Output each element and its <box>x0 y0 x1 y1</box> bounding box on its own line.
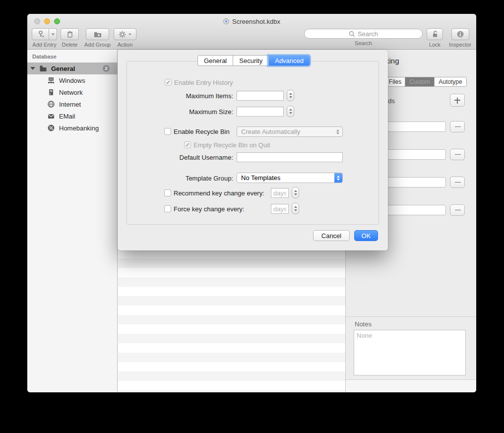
sidebar-item-email[interactable]: EMail <box>27 110 118 122</box>
remove-custom-field-button-3[interactable] <box>450 177 465 188</box>
add-entry-label: Add Entry <box>32 42 57 48</box>
stepper-up-icon <box>294 190 297 192</box>
stepper-up-icon <box>289 93 292 95</box>
trash-icon <box>66 30 74 38</box>
entry-count-badge: 2 <box>103 65 110 72</box>
toolbar-item-delete: Delete <box>61 28 79 48</box>
lock-button[interactable] <box>427 28 443 40</box>
tab-advanced[interactable]: Advanced <box>268 56 310 65</box>
tab-custom[interactable]: Custom <box>405 77 434 86</box>
template-group-popup-value: No Templates <box>241 174 280 182</box>
sidebar-item-label: Homebanking <box>59 124 99 132</box>
sidebar-item-general[interactable]: General 2 <box>27 62 118 74</box>
windows-network-icon <box>47 76 55 84</box>
inspector-button[interactable] <box>451 28 469 40</box>
sidebar-item-label: Windows <box>59 77 85 84</box>
sidebar-item-internet[interactable]: Internet <box>27 98 118 110</box>
toolbar-item-add-entry: Add Entry <box>32 28 57 48</box>
notes-textarea[interactable] <box>354 330 466 375</box>
search-input[interactable]: Search <box>304 29 423 39</box>
enable-entry-history-checkbox[interactable]: ✓ <box>165 79 172 86</box>
remove-custom-field-button-2[interactable] <box>450 149 465 160</box>
recommend-days-input[interactable] <box>271 188 289 198</box>
folder-icon <box>39 64 47 72</box>
tab-autotype[interactable]: Autotype <box>434 77 466 86</box>
chevron-down-icon <box>51 33 54 35</box>
default-username-input[interactable] <box>237 152 343 162</box>
maximum-items-label: Maximum Items: <box>164 92 233 100</box>
maximum-size-input[interactable] <box>237 107 284 117</box>
sidebar-item-label: Network <box>59 89 83 96</box>
inspector-label: Inspector <box>449 42 471 48</box>
force-key-change-label: Force key change every: <box>174 205 244 213</box>
toolbar-item-lock: Lock <box>427 28 443 48</box>
key-plus-icon <box>37 30 45 38</box>
gear-icon <box>119 31 126 38</box>
remove-custom-field-button-1[interactable] <box>450 121 465 132</box>
remove-custom-field-button-4[interactable] <box>450 204 465 216</box>
sidebar-item-label: General <box>51 65 75 72</box>
force-days-input[interactable] <box>271 204 289 214</box>
ok-button[interactable]: OK <box>354 230 378 241</box>
enable-recycle-bin-checkbox[interactable] <box>164 128 171 135</box>
maximum-items-stepper[interactable] <box>287 90 294 101</box>
toolbar-item-inspector: Inspector <box>449 28 471 48</box>
template-group-popup[interactable]: No Templates <box>237 173 343 183</box>
add-custom-field-button[interactable] <box>450 94 465 107</box>
sidebar: Database General 2 <box>27 50 118 392</box>
maximum-items-input[interactable] <box>237 91 284 101</box>
sidebar-section-header: Database <box>32 54 57 60</box>
add-entry-dropdown-button[interactable] <box>49 28 57 40</box>
sidebar-item-label: Internet <box>59 101 81 108</box>
recommend-days-stepper[interactable] <box>292 187 299 198</box>
sidebar-item-windows[interactable]: Windows <box>27 74 118 86</box>
recommend-key-change-checkbox[interactable] <box>164 189 171 196</box>
force-days-stepper[interactable] <box>292 203 299 214</box>
globe-icon <box>47 100 55 108</box>
chevron-down-icon <box>128 33 131 35</box>
delete-button[interactable] <box>61 28 79 40</box>
tab-general[interactable]: General <box>198 56 233 65</box>
add-group-label: Add Group <box>84 42 111 48</box>
maximum-size-stepper[interactable] <box>287 106 294 117</box>
notes-label: Notes <box>355 320 372 328</box>
sidebar-item-network[interactable]: Network <box>27 86 118 98</box>
empty-recycle-bin-label: Empty Recycle Bin on Quit <box>193 141 270 149</box>
search-placeholder: Search <box>358 30 378 38</box>
window-title: Screenshot.kdbx <box>232 18 280 25</box>
sidebar-item-label: EMail <box>59 113 75 120</box>
add-group-button[interactable] <box>86 28 109 40</box>
database-settings-dialog: General Security Advanced ✓ Enable Entry… <box>118 50 388 250</box>
percent-icon <box>47 124 55 132</box>
stepper-down-icon <box>289 112 292 114</box>
titlebar: Screenshot.kdbx <box>27 17 476 26</box>
empty-recycle-bin-checkbox[interactable]: ✓ <box>184 141 191 148</box>
lock-open-icon <box>431 30 439 38</box>
check-icon: ✓ <box>185 142 189 148</box>
folder-plus-icon <box>93 30 102 38</box>
delete-label: Delete <box>61 42 79 48</box>
tab-security[interactable]: Security <box>233 56 268 65</box>
disclosure-triangle-icon[interactable] <box>30 67 35 70</box>
info-icon <box>456 30 464 38</box>
inspector-footer <box>346 380 476 392</box>
popup-chevrons-icon <box>334 173 342 183</box>
template-group-label: Template Group: <box>164 175 233 182</box>
force-key-change-checkbox[interactable] <box>164 205 171 212</box>
toolbar-item-action: Action <box>114 28 136 48</box>
server-icon <box>47 88 55 96</box>
tab-files[interactable]: Files <box>385 77 405 86</box>
add-entry-button[interactable] <box>32 28 49 40</box>
popup-chevrons-icon <box>336 129 339 134</box>
cancel-button[interactable]: Cancel <box>313 230 350 241</box>
recycle-bin-popup[interactable]: Create Automatically <box>237 126 343 137</box>
enable-recycle-bin-label: Enable Recycle Bin <box>174 128 230 135</box>
check-icon: ✓ <box>166 79 170 86</box>
search-caption: Search <box>304 40 423 46</box>
stepper-up-icon <box>289 109 292 111</box>
stepper-down-icon <box>289 96 292 98</box>
stepper-down-icon <box>294 193 297 195</box>
lock-label: Lock <box>427 42 443 48</box>
action-button[interactable] <box>114 28 136 40</box>
sidebar-item-homebanking[interactable]: Homebanking <box>27 122 118 134</box>
